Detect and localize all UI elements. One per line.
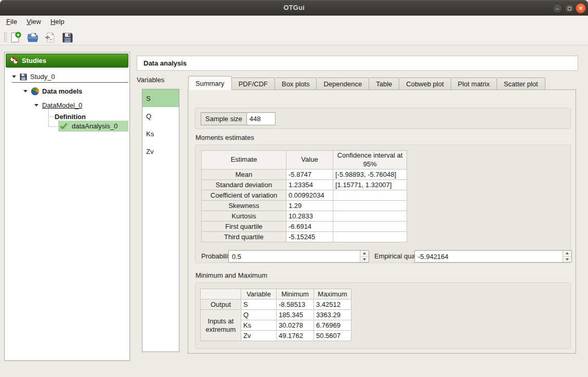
page-title-text: Data analysis <box>143 59 187 67</box>
save-button[interactable] <box>61 31 74 44</box>
table-cell: S <box>241 300 277 310</box>
tree-item-datamodel-0[interactable]: DataModel_0 <box>34 100 82 110</box>
table-cell: -5.15245 <box>286 232 333 242</box>
tab-plot-matrix[interactable]: Plot matrix <box>451 77 497 90</box>
tree-item-dataanalysis-0[interactable]: dataAnalysis_0 <box>58 121 128 132</box>
table-cell: 0.00992034 <box>286 190 333 201</box>
probability-spin-buttons <box>360 251 369 262</box>
empirical-quantile-spinbox <box>414 250 572 263</box>
expand-arrow-icon[interactable] <box>12 75 16 78</box>
sample-size-label: Sample size <box>201 113 247 125</box>
variables-label: Variables <box>137 76 164 84</box>
sample-size-value: 448 <box>247 113 275 125</box>
table-cell: Kurtosis <box>202 211 286 222</box>
empirical-quantile-spin-buttons <box>563 251 571 262</box>
variable-item-ks[interactable]: Ks <box>142 125 179 142</box>
tree-item-label: DataModel_0 <box>42 101 82 109</box>
table-cell: 6.76969 <box>314 320 351 331</box>
app-window: OTGui – ✕ FileViewHelp <box>0 0 588 377</box>
column-header: Estimate <box>202 151 286 170</box>
column-header <box>201 289 241 300</box>
close-button[interactable]: ✕ <box>576 3 586 14</box>
tree-item-study-0[interactable]: Study_0 <box>12 71 128 83</box>
table-cell: Q <box>241 310 277 320</box>
spin-down-button[interactable] <box>563 257 571 263</box>
table-row: Mean-5.8747[-5.98893, -5.76048] <box>202 170 407 180</box>
toolbar <box>0 29 588 45</box>
studies-panel-header: Studies <box>6 54 128 68</box>
table-row: Third quartile-5.15245 <box>202 232 407 242</box>
table-cell <box>333 211 407 222</box>
minimize-button[interactable]: – <box>552 3 563 14</box>
toolbar-drag-handle[interactable] <box>4 32 7 43</box>
table-cell: Mean <box>202 170 286 180</box>
empirical-quantile-input[interactable] <box>415 251 563 262</box>
table-cell <box>333 201 407 211</box>
tab-summary[interactable]: Summary <box>188 76 232 90</box>
open-folder-icon <box>27 31 39 44</box>
down-arrow-icon <box>363 258 366 261</box>
spin-up-button[interactable] <box>360 251 369 257</box>
import-python-script-button[interactable] <box>44 31 57 44</box>
table-cell: [1.15771, 1.32007] <box>333 180 407 190</box>
probability-input[interactable] <box>229 251 360 262</box>
moments-table: EstimateValueConfidence interval at 95%M… <box>201 150 407 242</box>
table-cell: Third quartile <box>202 232 286 242</box>
menu-help[interactable]: Help <box>46 16 69 28</box>
menu-file[interactable]: File <box>2 16 22 28</box>
table-row: Coefficient of variation0.00992034 <box>202 190 407 201</box>
tree-item-label: Definition <box>55 113 86 121</box>
minmax-groupbox: VariableMinimumMaximumOutputS-8.585133.4… <box>195 282 571 349</box>
table-row: Inputs at extremumQ185.3453363.29 <box>201 310 351 320</box>
tab-scatter-plot[interactable]: Scatter plot <box>497 77 545 90</box>
table-cell: [-5.98893, -5.76048] <box>333 170 407 180</box>
table-row: Kurtosis10.2833 <box>202 211 407 222</box>
table-row: Standard deviation1.23354[1.15771, 1.320… <box>202 180 407 190</box>
tab-cobweb-plot[interactable]: Cobweb plot <box>399 77 451 90</box>
tree-branch-line <box>48 116 54 117</box>
title-bar: OTGui – ✕ <box>0 0 588 16</box>
studies-panel: Studies Study_0Data modelsDataModel_0Def… <box>4 52 130 361</box>
column-header: Value <box>286 151 333 170</box>
menu-view[interactable]: View <box>22 16 46 28</box>
table-cell <box>333 232 407 242</box>
table-cell: First quartile <box>202 222 286 232</box>
table-cell: 1.23354 <box>286 180 333 190</box>
variable-item-q[interactable]: Q <box>142 107 179 125</box>
tab-pdf-cdf[interactable]: PDF/CDF <box>232 77 275 90</box>
tab-dependence[interactable]: Dependence <box>317 77 369 90</box>
up-arrow-icon <box>566 252 569 254</box>
variable-item-s[interactable]: S <box>142 89 179 107</box>
tree-item-definition[interactable]: Definition <box>55 111 86 122</box>
table-cell <box>333 190 407 201</box>
tree-branch-line <box>48 126 58 127</box>
open-study-button[interactable] <box>27 31 39 44</box>
table-cell: Zv <box>241 331 277 341</box>
table-cell: -5.8747 <box>286 170 333 180</box>
tree-item-data-models[interactable]: Data models <box>23 86 82 96</box>
import-script-icon <box>44 31 57 44</box>
expand-arrow-icon[interactable] <box>34 104 38 107</box>
column-header: Confidence interval at 95% <box>333 151 407 170</box>
maximize-button[interactable] <box>564 3 574 14</box>
menu-bar: FileViewHelp <box>0 16 588 29</box>
row-group-label: Output <box>201 300 241 310</box>
tab-box-plots[interactable]: Box plots <box>275 77 317 90</box>
table-cell: 50.5607 <box>314 331 351 341</box>
column-header: Minimum <box>277 289 314 300</box>
summary-tab-panel: Sample size 448 Moments estimates Estima… <box>188 89 576 354</box>
maximize-icon <box>568 7 571 10</box>
expand-arrow-icon[interactable] <box>23 90 28 93</box>
row-group-label: Inputs at extremum <box>201 310 241 341</box>
table-cell: 3.42512 <box>314 300 351 310</box>
down-arrow-icon <box>566 258 569 261</box>
tab-bar: SummaryPDF/CDFBox plotsDependenceTableCo… <box>188 76 545 90</box>
variable-item-zv[interactable]: Zv <box>142 142 179 160</box>
tab-table[interactable]: Table <box>369 77 399 90</box>
new-study-button[interactable] <box>9 31 22 44</box>
spin-up-button[interactable] <box>563 251 571 257</box>
table-cell: Ks <box>241 320 277 331</box>
page-title: Data analysis <box>137 56 578 71</box>
spin-down-button[interactable] <box>360 257 369 263</box>
table-cell: Coefficient of variation <box>202 190 286 201</box>
